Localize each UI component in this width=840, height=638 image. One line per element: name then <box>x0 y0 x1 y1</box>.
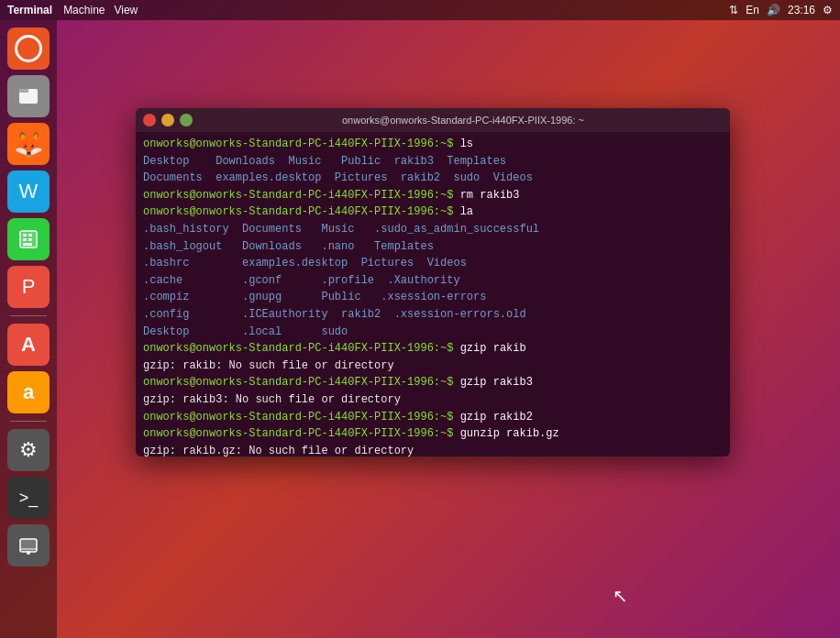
sidebar-divider-2 <box>10 421 47 422</box>
sort-icon: ⇅ <box>729 4 738 16</box>
svg-rect-3 <box>23 234 27 236</box>
amazon-logo: a <box>23 380 34 404</box>
sidebar-item-ubuntu[interactable] <box>7 28 50 70</box>
terminal-titlebar: onworks@onworks-Standard-PC-i440FX-PIIX-… <box>136 108 730 132</box>
top-bar: Terminal Machine View ⇅ En 🔊 23:16 ⚙ <box>0 0 840 20</box>
sidebar-divider-1 <box>10 315 47 316</box>
svg-rect-1 <box>19 89 28 93</box>
sidebar: 🦊 W P A a ⚙ >_ <box>0 20 57 638</box>
settings-gear-icon[interactable]: ⚙ <box>823 4 833 16</box>
sidebar-item-files[interactable] <box>7 75 50 117</box>
ubuntu-logo <box>15 35 42 62</box>
svg-point-10 <box>27 551 30 555</box>
sidebar-item-firefox[interactable]: 🦊 <box>7 123 50 165</box>
window-minimize-button[interactable] <box>161 114 174 126</box>
terminal-logo: >_ <box>19 489 39 508</box>
svg-rect-6 <box>28 238 32 241</box>
svg-rect-7 <box>23 243 32 246</box>
disk-icon <box>16 533 41 558</box>
svg-rect-4 <box>28 234 32 236</box>
keyboard-layout[interactable]: En <box>746 4 759 16</box>
terminal-title-bar: Terminal <box>7 4 52 16</box>
sidebar-item-writer[interactable]: W <box>7 170 50 213</box>
menu-view[interactable]: View <box>114 4 138 16</box>
sidebar-item-font[interactable]: A <box>7 324 50 366</box>
calc-icon <box>16 226 41 252</box>
files-icon <box>16 83 41 109</box>
sidebar-item-settings[interactable]: ⚙ <box>7 429 50 471</box>
menu-machine[interactable]: Machine <box>63 4 105 16</box>
sidebar-item-calc[interactable] <box>7 218 50 260</box>
terminal-window[interactable]: onworks@onworks-Standard-PC-i440FX-PIIX-… <box>136 108 730 456</box>
settings-logo: ⚙ <box>19 438 38 462</box>
window-close-button[interactable] <box>143 114 156 126</box>
writer-logo: W <box>19 180 39 204</box>
impress-logo: P <box>22 275 36 299</box>
top-bar-menu: Machine View <box>63 4 138 16</box>
sidebar-item-amazon[interactable]: a <box>7 371 50 413</box>
font-logo: A <box>21 333 36 357</box>
svg-rect-8 <box>20 539 37 552</box>
sidebar-item-terminal[interactable]: >_ <box>7 477 50 519</box>
clock: 23:16 <box>788 4 815 16</box>
terminal-body[interactable]: onworks@onworks-Standard-PC-i440FX-PIIX-… <box>136 132 730 456</box>
sidebar-item-impress[interactable]: P <box>7 266 50 308</box>
volume-icon[interactable]: 🔊 <box>767 4 780 16</box>
svg-rect-5 <box>23 238 27 241</box>
top-bar-right: ⇅ En 🔊 23:16 ⚙ <box>729 4 833 16</box>
firefox-logo: 🦊 <box>14 130 43 159</box>
sidebar-item-disk[interactable] <box>7 524 50 566</box>
mouse-cursor: ↖ <box>613 585 628 607</box>
top-bar-left: Terminal Machine View <box>7 4 138 16</box>
terminal-window-title: onworks@onworks-Standard-PC-i440FX-PIIX-… <box>204 115 723 126</box>
window-maximize-button[interactable] <box>180 114 193 126</box>
